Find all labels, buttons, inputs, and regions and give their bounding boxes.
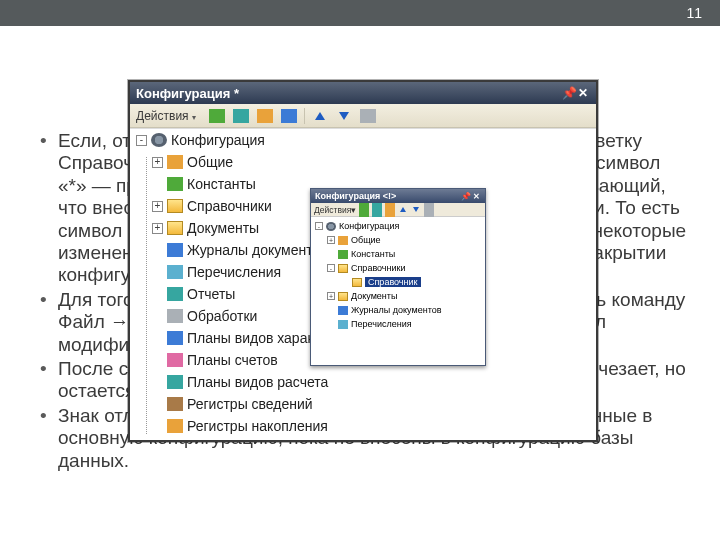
actions-menu[interactable]: Действия▾: [314, 205, 356, 215]
orange-icon: [167, 155, 183, 169]
tree-node-label: Конфигурация: [171, 132, 265, 148]
folder-icon: [167, 221, 183, 235]
tree-node-label: Планы видов расчета: [187, 374, 328, 390]
tree-expander-icon[interactable]: +: [152, 157, 163, 168]
misc-icon[interactable]: [280, 108, 298, 124]
config-window-diff-title: Конфигурация <!>: [315, 191, 396, 201]
tree-node-label: Справочник: [365, 277, 421, 287]
tree-node-label: Документы: [351, 291, 397, 301]
slide-top-bar: 11: [0, 0, 720, 26]
tree-node[interactable]: Регистры бухгалтерии: [130, 437, 596, 440]
green-icon: [167, 177, 183, 191]
tree-expander-icon[interactable]: +: [327, 236, 335, 244]
green-icon: [338, 250, 348, 259]
cyan-icon: [338, 320, 348, 329]
tree-node-label: Перечисления: [187, 264, 281, 280]
folder-icon: [338, 264, 348, 273]
tree-node-label: Планы счетов: [187, 352, 278, 368]
toolbar-separator: [304, 108, 305, 124]
tree-node[interactable]: -Конфигурация: [311, 219, 485, 233]
tree-node-label: Справочники: [187, 198, 272, 214]
tree-node-label: Документы: [187, 220, 259, 236]
new-item-icon[interactable]: [208, 108, 226, 124]
edit-item-icon[interactable]: [232, 108, 250, 124]
brown-icon: [167, 397, 183, 411]
tree-node[interactable]: Справочник: [311, 275, 485, 289]
tree-node[interactable]: Планы видов расчета: [130, 371, 596, 393]
tree-node[interactable]: +Общие: [130, 151, 596, 173]
tree-node[interactable]: Регистры накопления: [130, 415, 596, 437]
tree-node[interactable]: Регистры сведений: [130, 393, 596, 415]
blue-icon: [338, 306, 348, 315]
move-down-icon[interactable]: [411, 205, 421, 215]
config-tree-diff[interactable]: -Конфигурация+ОбщиеКонстанты-Справочники…: [311, 217, 485, 365]
config-window-main-toolbar: Действия ▾: [130, 104, 596, 128]
folder-icon: [352, 278, 362, 287]
edit-item-icon[interactable]: [372, 205, 382, 215]
page-number: 11: [686, 5, 702, 21]
folder-icon: [338, 292, 348, 301]
sort-icon[interactable]: [424, 205, 434, 215]
tree-node-label: Регистры сведений: [187, 396, 313, 412]
tree-node-label: Отчеты: [187, 286, 235, 302]
move-up-icon[interactable]: [311, 108, 329, 124]
tree-node[interactable]: -Справочники: [311, 261, 485, 275]
tree-expander-icon[interactable]: -: [136, 135, 147, 146]
gear-icon: [326, 222, 336, 231]
tree-node-label: Журналы документов: [187, 242, 328, 258]
tree-node-label: Общие: [187, 154, 233, 170]
config-window-main-titlebar[interactable]: Конфигурация * 📌 ✕: [130, 82, 596, 104]
config-window-main-title: Конфигурация *: [136, 86, 239, 101]
tree-node[interactable]: +Общие: [311, 233, 485, 247]
delete-item-icon[interactable]: [256, 108, 274, 124]
close-icon[interactable]: ✕: [576, 86, 590, 100]
config-window-diff: Конфигурация <!> 📌 ✕ Действия▾ -Конфигур…: [310, 188, 486, 366]
grey-icon: [167, 309, 183, 323]
tree-node-label: Справочники: [351, 263, 406, 273]
tree-expander-icon[interactable]: -: [327, 264, 335, 272]
tree-guide-line: [146, 157, 147, 434]
folder-icon: [167, 199, 183, 213]
pin-icon[interactable]: 📌: [461, 192, 471, 201]
new-item-icon[interactable]: [359, 205, 369, 215]
tree-node-label: Константы: [351, 249, 395, 259]
sort-icon[interactable]: [359, 108, 377, 124]
delete-item-icon[interactable]: [385, 205, 395, 215]
pink-icon: [167, 353, 183, 367]
chevron-down-icon: ▾: [192, 113, 196, 122]
tree-node-label: Константы: [187, 176, 256, 192]
tree-node-label: Конфигурация: [339, 221, 399, 231]
tree-node[interactable]: Журналы документов: [311, 303, 485, 317]
move-down-icon[interactable]: [335, 108, 353, 124]
teal-icon: [167, 287, 183, 301]
tree-node[interactable]: Перечисления: [311, 317, 485, 331]
tree-node-label: Обработки: [187, 308, 257, 324]
tree-node[interactable]: Константы: [311, 247, 485, 261]
cyan-icon: [167, 265, 183, 279]
chevron-down-icon: ▾: [351, 205, 356, 215]
pin-icon[interactable]: 📌: [562, 86, 576, 100]
teal-icon: [167, 375, 183, 389]
config-window-diff-titlebar[interactable]: Конфигурация <!> 📌 ✕: [311, 189, 485, 203]
orange-icon: [167, 419, 183, 433]
config-window-diff-toolbar: Действия▾: [311, 203, 485, 217]
tree-node[interactable]: +Документы: [311, 289, 485, 303]
blue-icon: [167, 243, 183, 257]
close-icon[interactable]: ✕: [471, 192, 481, 201]
tree-expander-icon[interactable]: +: [327, 292, 335, 300]
tree-node-label: Перечисления: [351, 319, 412, 329]
tree-expander-icon[interactable]: +: [152, 201, 163, 212]
orange-icon: [338, 236, 348, 245]
tree-node-label: Регистры накопления: [187, 418, 328, 434]
actions-menu[interactable]: Действия ▾: [136, 109, 196, 123]
tree-node-label: Общие: [351, 235, 381, 245]
tree-expander-icon[interactable]: -: [315, 222, 323, 230]
blue-icon: [167, 331, 183, 345]
tree-expander-icon[interactable]: +: [152, 223, 163, 234]
tree-node[interactable]: -Конфигурация: [130, 129, 596, 151]
gear-icon: [151, 133, 167, 147]
move-up-icon[interactable]: [398, 205, 408, 215]
tree-node-label: Журналы документов: [351, 305, 441, 315]
